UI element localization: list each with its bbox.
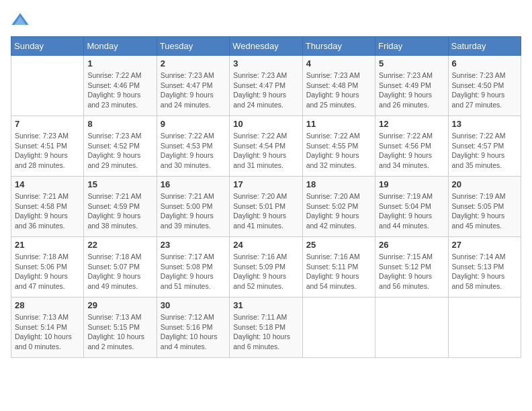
logo [11,11,32,30]
header-day-sunday: Sunday [11,37,84,56]
logo-icon [11,11,30,30]
day-info: Sunrise: 7:23 AMSunset: 4:47 PMDaylight:… [233,71,298,110]
calendar-cell: 8 Sunrise: 7:23 AMSunset: 4:52 PMDayligh… [84,116,157,177]
calendar-cell: 5 Sunrise: 7:23 AMSunset: 4:49 PMDayligh… [375,56,448,116]
day-info: Sunrise: 7:23 AMSunset: 4:52 PMDaylight:… [87,131,152,171]
day-info: Sunrise: 7:15 AMSunset: 5:12 PMDaylight:… [379,252,444,291]
calendar-cell: 14 Sunrise: 7:21 AMSunset: 4:58 PMDaylig… [11,177,84,237]
day-number: 2 [161,58,226,68]
day-number: 24 [233,240,298,250]
calendar-cell [11,56,84,116]
calendar-cell: 26 Sunrise: 7:15 AMSunset: 5:12 PMDaylig… [375,237,448,298]
calendar-cell: 30 Sunrise: 7:12 AMSunset: 5:16 PMDaylig… [157,298,229,358]
day-info: Sunrise: 7:13 AMSunset: 5:14 PMDaylight:… [15,312,80,352]
calendar-cell: 29 Sunrise: 7:13 AMSunset: 5:15 PMDaylig… [84,298,157,358]
calendar-table: SundayMondayTuesdayWednesdayThursdayFrid… [11,36,521,358]
header-day-thursday: Thursday [302,37,375,56]
day-info: Sunrise: 7:18 AMSunset: 5:07 PMDaylight:… [87,252,152,291]
day-number: 6 [452,58,517,68]
day-number: 25 [306,240,371,250]
day-number: 13 [452,119,517,129]
day-info: Sunrise: 7:13 AMSunset: 5:15 PMDaylight:… [87,312,152,352]
day-info: Sunrise: 7:22 AMSunset: 4:53 PMDaylight:… [161,131,226,171]
calendar-cell: 6 Sunrise: 7:23 AMSunset: 4:50 PMDayligh… [448,56,521,116]
day-number: 1 [87,58,152,68]
calendar-cell [448,298,521,358]
day-info: Sunrise: 7:22 AMSunset: 4:46 PMDaylight:… [87,71,152,110]
day-info: Sunrise: 7:23 AMSunset: 4:51 PMDaylight:… [15,131,80,171]
calendar-cell: 24 Sunrise: 7:16 AMSunset: 5:09 PMDaylig… [230,237,302,298]
header-day-tuesday: Tuesday [157,37,229,56]
day-info: Sunrise: 7:20 AMSunset: 5:01 PMDaylight:… [233,191,298,231]
day-info: Sunrise: 7:22 AMSunset: 4:56 PMDaylight:… [379,131,444,171]
day-number: 27 [452,240,517,250]
day-info: Sunrise: 7:21 AMSunset: 5:00 PMDaylight:… [161,191,226,231]
day-info: Sunrise: 7:22 AMSunset: 4:55 PMDaylight:… [306,131,371,171]
calendar-cell: 22 Sunrise: 7:18 AMSunset: 5:07 PMDaylig… [84,237,157,298]
calendar-cell: 11 Sunrise: 7:22 AMSunset: 4:55 PMDaylig… [302,116,375,177]
header-day-wednesday: Wednesday [230,37,302,56]
day-number: 3 [233,58,298,68]
calendar-cell: 10 Sunrise: 7:22 AMSunset: 4:54 PMDaylig… [230,116,302,177]
day-info: Sunrise: 7:16 AMSunset: 5:09 PMDaylight:… [233,252,298,291]
calendar-cell: 18 Sunrise: 7:20 AMSunset: 5:02 PMDaylig… [302,177,375,237]
header-day-friday: Friday [375,37,448,56]
calendar-cell: 27 Sunrise: 7:14 AMSunset: 5:13 PMDaylig… [448,237,521,298]
day-info: Sunrise: 7:21 AMSunset: 4:59 PMDaylight:… [87,191,152,231]
calendar-cell: 9 Sunrise: 7:22 AMSunset: 4:53 PMDayligh… [157,116,229,177]
day-info: Sunrise: 7:11 AMSunset: 5:18 PMDaylight:… [233,312,298,352]
calendar-cell: 23 Sunrise: 7:17 AMSunset: 5:08 PMDaylig… [157,237,229,298]
day-info: Sunrise: 7:22 AMSunset: 4:57 PMDaylight:… [452,131,517,171]
day-info: Sunrise: 7:14 AMSunset: 5:13 PMDaylight:… [452,252,517,291]
day-number: 29 [87,300,152,310]
calendar-cell: 21 Sunrise: 7:18 AMSunset: 5:06 PMDaylig… [11,237,84,298]
day-number: 15 [87,179,152,189]
day-number: 19 [379,179,444,189]
day-info: Sunrise: 7:18 AMSunset: 5:06 PMDaylight:… [15,252,80,291]
day-number: 28 [15,300,80,310]
day-number: 30 [161,300,226,310]
calendar-header-row: SundayMondayTuesdayWednesdayThursdayFrid… [11,37,521,56]
day-number: 23 [161,240,226,250]
day-info: Sunrise: 7:12 AMSunset: 5:16 PMDaylight:… [161,312,226,352]
day-number: 26 [379,240,444,250]
calendar-cell: 16 Sunrise: 7:21 AMSunset: 5:00 PMDaylig… [157,177,229,237]
calendar-cell [302,298,375,358]
calendar-week-2: 7 Sunrise: 7:23 AMSunset: 4:51 PMDayligh… [11,116,521,177]
day-number: 4 [306,58,371,68]
calendar-week-1: 1 Sunrise: 7:22 AMSunset: 4:46 PMDayligh… [11,56,521,116]
day-number: 17 [233,179,298,189]
calendar-cell: 31 Sunrise: 7:11 AMSunset: 5:18 PMDaylig… [230,298,302,358]
day-info: Sunrise: 7:21 AMSunset: 4:58 PMDaylight:… [15,191,80,231]
day-info: Sunrise: 7:23 AMSunset: 4:50 PMDaylight:… [452,71,517,110]
day-info: Sunrise: 7:20 AMSunset: 5:02 PMDaylight:… [306,191,371,231]
header-day-saturday: Saturday [448,37,521,56]
calendar-cell: 28 Sunrise: 7:13 AMSunset: 5:14 PMDaylig… [11,298,84,358]
calendar-cell [375,298,448,358]
day-number: 7 [15,119,80,129]
day-number: 22 [87,240,152,250]
day-number: 12 [379,119,444,129]
day-number: 31 [233,300,298,310]
day-number: 16 [161,179,226,189]
day-number: 8 [87,119,152,129]
day-number: 11 [306,119,371,129]
day-info: Sunrise: 7:23 AMSunset: 4:48 PMDaylight:… [306,71,371,110]
day-info: Sunrise: 7:17 AMSunset: 5:08 PMDaylight:… [161,252,226,291]
day-number: 14 [15,179,80,189]
day-number: 5 [379,58,444,68]
day-info: Sunrise: 7:23 AMSunset: 4:49 PMDaylight:… [379,71,444,110]
calendar-cell: 3 Sunrise: 7:23 AMSunset: 4:47 PMDayligh… [230,56,302,116]
header-day-monday: Monday [84,37,157,56]
day-number: 21 [15,240,80,250]
calendar-cell: 7 Sunrise: 7:23 AMSunset: 4:51 PMDayligh… [11,116,84,177]
calendar-cell: 13 Sunrise: 7:22 AMSunset: 4:57 PMDaylig… [448,116,521,177]
calendar-cell: 2 Sunrise: 7:23 AMSunset: 4:47 PMDayligh… [157,56,229,116]
calendar-cell: 20 Sunrise: 7:19 AMSunset: 5:05 PMDaylig… [448,177,521,237]
calendar-cell: 19 Sunrise: 7:19 AMSunset: 5:04 PMDaylig… [375,177,448,237]
day-number: 18 [306,179,371,189]
calendar-week-5: 28 Sunrise: 7:13 AMSunset: 5:14 PMDaylig… [11,298,521,358]
calendar-cell: 15 Sunrise: 7:21 AMSunset: 4:59 PMDaylig… [84,177,157,237]
calendar-cell: 1 Sunrise: 7:22 AMSunset: 4:46 PMDayligh… [84,56,157,116]
calendar-cell: 12 Sunrise: 7:22 AMSunset: 4:56 PMDaylig… [375,116,448,177]
